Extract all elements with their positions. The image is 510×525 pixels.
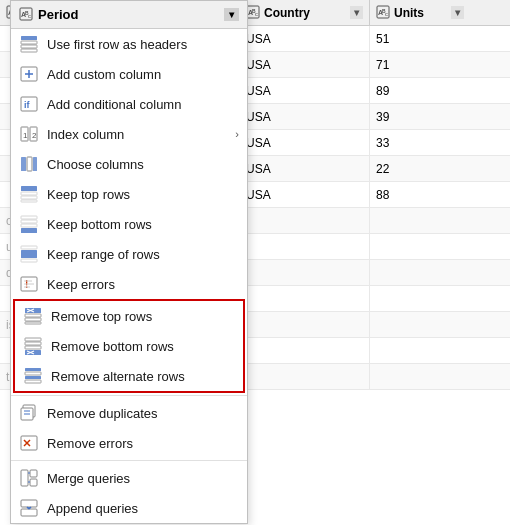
- svg-rect-63: [25, 380, 41, 383]
- menu-item-index-column[interactable]: 1 2 Index column›: [11, 119, 247, 149]
- menu-header-dropdown[interactable]: ▾: [224, 8, 239, 21]
- remove-duplicates-icon: [19, 403, 39, 423]
- country-dropdown-btn[interactable]: ▾: [350, 6, 363, 19]
- svg-rect-71: [21, 470, 28, 486]
- menu-divider: [11, 395, 247, 396]
- svg-rect-73: [30, 479, 37, 486]
- menu-label-keep-top-rows: Keep top rows: [47, 187, 130, 202]
- svg-rect-33: [21, 192, 37, 195]
- cell-units: [370, 208, 470, 233]
- svg-rect-42: [21, 259, 37, 262]
- cell-country: [240, 260, 370, 285]
- svg-text:C: C: [255, 12, 258, 17]
- add-custom-icon: [19, 64, 39, 84]
- cell-units: [370, 286, 470, 311]
- cell-units: 33: [370, 130, 470, 155]
- svg-rect-72: [30, 470, 37, 477]
- menu-item-merge-queries[interactable]: Merge queries: [11, 463, 247, 493]
- menu-label-keep-bottom-rows: Keep bottom rows: [47, 217, 152, 232]
- menu-item-remove-bottom-rows[interactable]: Remove bottom rows: [15, 331, 243, 361]
- menu-label-remove-top-rows: Remove top rows: [51, 309, 152, 324]
- units-dropdown-btn[interactable]: ▾: [451, 6, 464, 19]
- keep-errors-icon: !: [19, 274, 39, 294]
- cell-units: [370, 260, 470, 285]
- menu-item-keep-top-rows[interactable]: Keep top rows: [11, 179, 247, 209]
- menu-item-keep-bottom-rows[interactable]: Keep bottom rows: [11, 209, 247, 239]
- svg-rect-29: [21, 157, 26, 171]
- cell-units: [370, 338, 470, 363]
- context-menu: A B C Period ▾ Use first row as headers …: [10, 0, 248, 524]
- add-conditional-icon: if: [19, 94, 39, 114]
- cell-units: 39: [370, 104, 470, 129]
- svg-rect-50: [25, 318, 41, 321]
- menu-header-icon: A B C: [19, 7, 33, 23]
- svg-rect-49: [25, 314, 41, 317]
- menu-items: Use first row as headers Add custom colu…: [11, 29, 247, 523]
- country-header-label: Country: [264, 6, 310, 20]
- svg-rect-56: [25, 346, 41, 349]
- merge-queries-icon: [19, 468, 39, 488]
- cell-country: USA: [240, 182, 370, 207]
- cell-country: [240, 286, 370, 311]
- svg-rect-54: [25, 338, 41, 341]
- cell-units: [370, 364, 470, 389]
- menu-item-choose-columns[interactable]: Choose columns: [11, 149, 247, 179]
- svg-rect-41: [21, 250, 37, 258]
- menu-item-remove-top-rows[interactable]: Remove top rows: [15, 301, 243, 331]
- units-header: A B C Units ▾: [370, 0, 470, 25]
- cell-country: USA: [240, 78, 370, 103]
- menu-item-remove-alternate-rows[interactable]: Remove alternate rows: [15, 361, 243, 391]
- cell-units: 71: [370, 52, 470, 77]
- cell-country: USA: [240, 52, 370, 77]
- svg-rect-18: [21, 45, 37, 48]
- svg-rect-40: [21, 246, 37, 249]
- menu-item-remove-duplicates[interactable]: Remove duplicates: [11, 398, 247, 428]
- menu-item-remove-errors[interactable]: Remove errors: [11, 428, 247, 458]
- menu-item-use-first-row[interactable]: Use first row as headers: [11, 29, 247, 59]
- menu-item-add-conditional-column[interactable]: if Add conditional column: [11, 89, 247, 119]
- svg-rect-37: [21, 220, 37, 223]
- svg-text:C: C: [385, 12, 388, 17]
- append-queries-icon: [19, 498, 39, 518]
- svg-rect-55: [25, 342, 41, 345]
- cell-country: [240, 234, 370, 259]
- cell-units: [370, 312, 470, 337]
- menu-label-index-column: Index column: [47, 127, 124, 142]
- svg-rect-60: [25, 368, 41, 371]
- menu-label-add-conditional-column: Add conditional column: [47, 97, 181, 112]
- cell-country: USA: [240, 104, 370, 129]
- svg-rect-32: [21, 186, 37, 191]
- remove-top-icon: [23, 306, 43, 326]
- remove-alternate-icon: [23, 366, 43, 386]
- cell-units: 22: [370, 156, 470, 181]
- menu-label-keep-range-of-rows: Keep range of rows: [47, 247, 160, 262]
- svg-rect-34: [21, 196, 37, 199]
- units-header-label: Units: [394, 6, 424, 20]
- svg-rect-17: [21, 41, 37, 44]
- keep-top-icon: [19, 184, 39, 204]
- cell-country: USA: [240, 156, 370, 181]
- cell-country: [240, 338, 370, 363]
- menu-item-add-custom-column[interactable]: Add custom column: [11, 59, 247, 89]
- svg-rect-68: [21, 436, 37, 450]
- svg-text:1: 1: [23, 131, 28, 140]
- cell-units: 89: [370, 78, 470, 103]
- svg-rect-31: [33, 157, 37, 171]
- menu-label-choose-columns: Choose columns: [47, 157, 144, 172]
- svg-rect-62: [25, 376, 41, 379]
- menu-divider: [11, 460, 247, 461]
- menu-item-keep-range-of-rows[interactable]: Keep range of rows: [11, 239, 247, 269]
- menu-label-use-first-row: Use first row as headers: [47, 37, 187, 52]
- country-type-icon: A B C: [246, 5, 260, 21]
- country-header: A B C Country ▾: [240, 0, 370, 25]
- cell-country: USA: [240, 26, 370, 51]
- menu-item-append-queries[interactable]: Append queries: [11, 493, 247, 523]
- menu-label-add-custom-column: Add custom column: [47, 67, 161, 82]
- menu-item-keep-errors[interactable]: ! Keep errors: [11, 269, 247, 299]
- menu-label-append-queries: Append queries: [47, 501, 138, 516]
- svg-rect-51: [25, 322, 41, 324]
- cell-country: [240, 364, 370, 389]
- svg-rect-16: [21, 36, 37, 40]
- submenu-arrow-icon: ›: [235, 128, 239, 140]
- menu-label-remove-bottom-rows: Remove bottom rows: [51, 339, 174, 354]
